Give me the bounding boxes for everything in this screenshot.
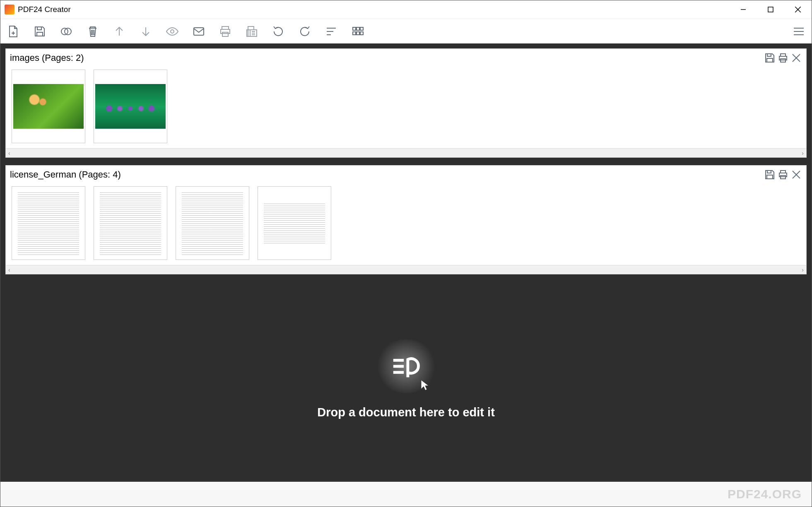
app-title: PDF24 Creator: [18, 5, 730, 14]
new-file-icon[interactable]: [6, 24, 20, 38]
svg-rect-32: [357, 32, 359, 35]
scroll-left-icon[interactable]: ‹: [8, 150, 10, 156]
thumbnail-text-page: [18, 191, 79, 255]
doc-print-icon[interactable]: [777, 52, 789, 64]
drop-zone-icon: [390, 352, 422, 381]
arrow-down-icon[interactable]: [139, 24, 153, 38]
svg-rect-16: [194, 28, 204, 35]
thumbnail-text-page: [182, 191, 243, 255]
document-name: license_German: [10, 169, 76, 180]
arrow-up-icon[interactable]: [112, 24, 126, 38]
svg-rect-21: [248, 30, 250, 36]
svg-rect-30: [360, 27, 363, 30]
thumbnails-row: [6, 184, 806, 265]
horizontal-scrollbar[interactable]: ‹ ›: [6, 265, 806, 274]
document-header: license_German (Pages: 4): [6, 166, 806, 184]
svg-rect-31: [353, 32, 356, 35]
minimize-button[interactable]: [730, 0, 757, 19]
svg-rect-33: [360, 32, 363, 35]
document-title: images (Pages: 2): [10, 53, 764, 63]
merge-icon[interactable]: [59, 24, 73, 38]
doc-save-icon[interactable]: [764, 52, 776, 64]
svg-rect-7: [37, 32, 43, 36]
footer-brand: PDF24.ORG: [728, 487, 802, 501]
document-actions: [764, 52, 802, 64]
footer: PDF24.ORG: [0, 482, 812, 507]
delete-icon[interactable]: [86, 24, 100, 38]
svg-point-15: [171, 30, 174, 33]
app-window: PDF24 Creator: [0, 0, 812, 507]
svg-rect-6: [37, 27, 41, 30]
page-thumbnail[interactable]: [12, 70, 85, 143]
app-icon: [5, 5, 14, 14]
document-panel[interactable]: images (Pages: 2) ‹ ›: [5, 48, 807, 158]
svg-rect-38: [767, 58, 773, 62]
thumbnail-text-page: [100, 191, 161, 255]
doc-save-icon[interactable]: [764, 169, 776, 180]
drop-zone-label: Drop a document here to edit it: [317, 406, 495, 419]
doc-close-icon[interactable]: [790, 52, 802, 64]
scroll-right-icon[interactable]: ›: [802, 267, 804, 273]
horizontal-scrollbar[interactable]: ‹ ›: [6, 148, 806, 157]
doc-print-icon[interactable]: [777, 169, 789, 180]
titlebar: PDF24 Creator: [0, 0, 812, 19]
toolbar: [0, 19, 812, 43]
fax-icon[interactable]: [245, 24, 259, 38]
page-thumbnail[interactable]: [176, 186, 249, 260]
close-button[interactable]: [784, 0, 812, 19]
svg-rect-29: [357, 27, 359, 30]
document-pages-label: (Pages: 4): [79, 169, 121, 180]
menu-icon[interactable]: [792, 24, 806, 38]
save-icon[interactable]: [33, 24, 47, 38]
svg-rect-1: [768, 7, 773, 12]
svg-rect-17: [222, 26, 229, 29]
thumbnail-image: [95, 84, 166, 129]
document-header: images (Pages: 2): [6, 49, 806, 67]
svg-rect-19: [248, 26, 254, 30]
drop-zone[interactable]: Drop a document here to edit it: [5, 282, 807, 477]
page-thumbnail[interactable]: [94, 70, 167, 143]
rotate-left-icon[interactable]: [271, 24, 285, 38]
email-icon[interactable]: [192, 24, 206, 38]
print-icon[interactable]: [218, 24, 232, 38]
svg-rect-37: [767, 54, 771, 56]
page-thumbnail[interactable]: [94, 186, 167, 260]
preview-icon[interactable]: [165, 24, 179, 38]
svg-rect-28: [353, 27, 356, 30]
cursor-icon: [420, 379, 430, 391]
thumbnails-row: [6, 67, 806, 148]
document-panel[interactable]: license_German (Pages: 4) ‹ ›: [5, 165, 807, 274]
window-controls: [730, 0, 812, 19]
thumbnail-text-page: [264, 202, 325, 244]
svg-rect-43: [767, 171, 771, 173]
maximize-button[interactable]: [757, 0, 784, 19]
document-title: license_German (Pages: 4): [10, 169, 764, 180]
svg-rect-18: [222, 32, 228, 36]
page-thumbnail[interactable]: [12, 186, 85, 260]
document-actions: [764, 169, 802, 180]
workspace: images (Pages: 2) ‹ ›: [0, 43, 812, 482]
drop-zone-graphic: [375, 339, 437, 393]
thumbnail-image: [13, 84, 84, 129]
svg-rect-44: [767, 175, 773, 179]
page-thumbnail[interactable]: [258, 186, 331, 260]
document-name: images: [10, 53, 39, 63]
scroll-right-icon[interactable]: ›: [802, 150, 804, 156]
grid-icon[interactable]: [351, 24, 365, 38]
document-pages-label: (Pages: 2): [42, 53, 84, 63]
sort-icon[interactable]: [324, 24, 338, 38]
doc-close-icon[interactable]: [790, 169, 802, 180]
rotate-right-icon[interactable]: [298, 24, 312, 38]
scroll-left-icon[interactable]: ‹: [8, 267, 10, 273]
